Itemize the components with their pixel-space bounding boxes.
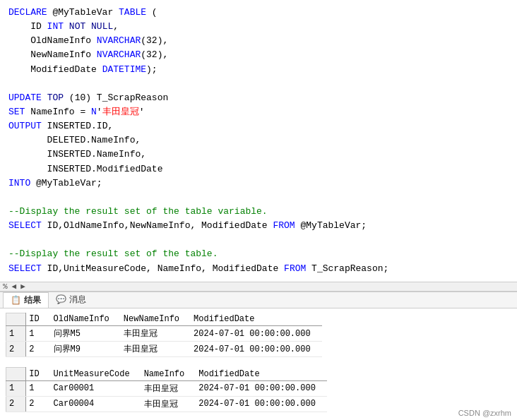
col-header-newname: NewNameInfo [121,313,191,326]
table-cell: 2 [26,396,51,412]
table-cell: 1 [26,380,51,396]
row-number: 2 [6,342,26,357]
table-cell: 丰田皇冠 [141,380,196,396]
table-cell: 2024-07-01 00:00:00.000 [196,380,327,396]
col-header-id-2: ID [26,368,51,381]
col-header-oldname: OldNameInfo [51,313,121,326]
table-cell: 2 [26,342,51,357]
tabs-bar: 📋 结果 💬 消息 [0,292,517,308]
tab-messages-label: 消息 [69,294,86,306]
row-number: 1 [6,326,26,342]
table-cell: Car00004 [51,396,141,412]
col-header-id-1: ID [26,313,51,326]
result-table-2: ID UnitMeasureCode NameInfo ModifiedDate… [6,367,327,412]
table-row: 11Car00001丰田皇冠2024-07-01 00:00:00.000 [6,380,327,396]
scroll-percent: % [3,282,8,291]
scroll-right-icon[interactable]: ▶ [20,282,25,291]
col-header-modified-2: ModifiedDate [196,368,327,381]
table-cell: 2024-07-01 00:00:00.000 [191,342,322,357]
table-cell: 问界M9 [51,342,121,357]
footer-watermark: CSDN @zxrhm [458,409,511,417]
table-cell: 丰田皇冠 [121,342,191,357]
row-number: 2 [6,396,26,412]
messages-icon: 💬 [56,294,66,305]
table-cell: Car00001 [51,380,141,396]
table-cell: 2024-07-01 00:00:00.000 [191,326,322,342]
table-cell: 丰田皇冠 [141,396,196,412]
table-row: 22问界M9丰田皇冠2024-07-01 00:00:00.000 [6,342,322,357]
table-cell: 2024-07-01 00:00:00.000 [196,396,327,412]
scroll-left-icon[interactable]: ◀ [12,282,17,291]
table-row: 22Car00004丰田皇冠2024-07-01 00:00:00.000 [6,396,327,412]
result-table-1: ID OldNameInfo NewNameInfo ModifiedDate … [6,313,322,358]
results-icon: 📋 [11,295,21,306]
col-header-modified-1: ModifiedDate [191,313,322,326]
table-cell: 丰田皇冠 [121,326,191,342]
table-row: 11问界M5丰田皇冠2024-07-01 00:00:00.000 [6,326,322,342]
tab-messages[interactable]: 💬 消息 [49,292,93,307]
tab-results-label: 结果 [24,294,41,306]
code-editor[interactable]: DECLARE @MyTableVar TABLE ( ID INT NOT N… [0,0,517,282]
table-cell: 1 [26,326,51,342]
col-header-unitcode: UnitMeasureCode [51,368,141,381]
col-header-rownum-2 [6,368,26,381]
scroll-bar[interactable]: % ◀ ▶ [0,282,517,292]
tab-results[interactable]: 📋 结果 [3,292,49,308]
col-header-nameinfo: NameInfo [141,368,196,381]
col-header-rownum-1 [6,313,26,326]
row-number: 1 [6,380,26,396]
results-area: ID OldNameInfo NewNameInfo ModifiedDate … [0,308,517,420]
table-cell: 问界M5 [51,326,121,342]
